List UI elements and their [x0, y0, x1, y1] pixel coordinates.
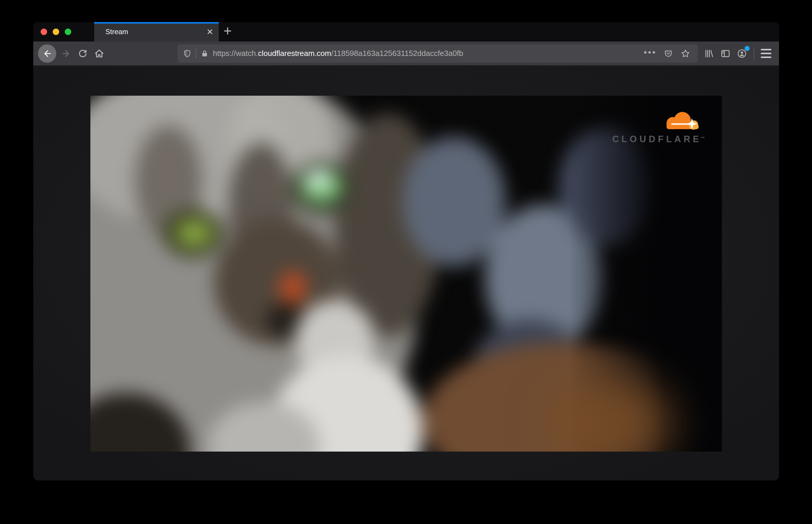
close-window-button[interactable] [40, 29, 47, 35]
video-player[interactable]: CLOUDFLARE™ [91, 96, 722, 452]
reload-icon [78, 49, 88, 59]
sidebar-button[interactable] [717, 45, 734, 62]
tab-stream[interactable]: Stream ✕ [94, 22, 219, 42]
url-domain: cloudflarestream.com [258, 49, 331, 58]
account-button[interactable] [734, 45, 750, 62]
bookmark-button[interactable] [678, 47, 693, 61]
pocket-button[interactable] [661, 47, 676, 61]
browser-window: Stream ✕ + [33, 22, 779, 480]
cloudflare-cloud-icon [658, 110, 704, 134]
home-icon [94, 48, 104, 59]
url-path: /118598a163a125631152ddaccfe3a0fb [331, 49, 464, 58]
forward-icon [61, 49, 71, 59]
toolbar-divider [754, 47, 754, 60]
trademark-symbol: ™ [700, 136, 705, 141]
menu-icon [761, 49, 772, 58]
url-text: https://watch.cloudflarestream.com/11859… [213, 49, 463, 58]
zoom-window-button[interactable] [65, 29, 71, 35]
title-bar: Stream ✕ + [33, 22, 779, 42]
library-button[interactable] [701, 45, 717, 62]
tracking-protection-shield-icon[interactable] [183, 49, 192, 58]
pocket-icon [664, 49, 673, 58]
library-icon [704, 48, 714, 59]
new-tab-icon: + [224, 24, 232, 38]
new-tab-button[interactable]: + [218, 22, 237, 42]
navigation-toolbar: https://watch.cloudflarestream.com/11859… [33, 42, 779, 66]
cloudflare-logo: CLOUDFLARE™ [612, 110, 705, 144]
reload-button[interactable] [75, 45, 91, 62]
home-button[interactable] [91, 45, 108, 62]
back-icon [42, 49, 52, 59]
close-tab-icon[interactable]: ✕ [204, 25, 216, 38]
window-controls [40, 22, 71, 42]
back-button[interactable] [38, 45, 56, 63]
cloudflare-wordmark: CLOUDFLARE™ [612, 134, 705, 144]
menu-button[interactable] [758, 45, 774, 62]
sidebar-icon [720, 48, 731, 59]
lock-icon[interactable] [200, 49, 209, 58]
url-prefix: https://watch. [213, 49, 258, 58]
page-content: CLOUDFLARE™ [33, 67, 779, 480]
account-notification-badge [745, 46, 750, 51]
tab-title: Stream [105, 28, 204, 36]
address-bar-actions: ••• [644, 47, 693, 61]
minimize-window-button[interactable] [53, 29, 59, 35]
bookmark-star-icon [680, 49, 691, 59]
forward-button[interactable] [58, 45, 75, 62]
address-bar-divider [196, 49, 196, 59]
address-bar[interactable]: https://watch.cloudflarestream.com/11859… [178, 45, 698, 63]
